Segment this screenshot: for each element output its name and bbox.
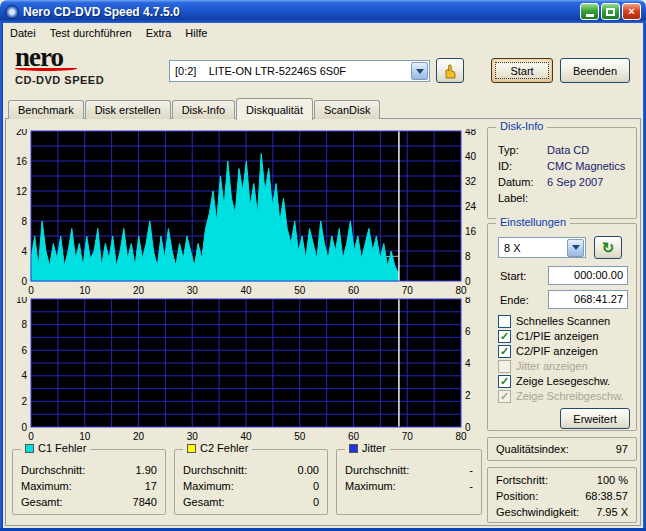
- svg-text:70: 70: [402, 431, 414, 442]
- scan-end-field[interactable]: 068:41.27: [548, 290, 628, 309]
- svg-text:0: 0: [28, 431, 34, 442]
- window-border-left: [0, 23, 3, 531]
- focus-rect: [495, 62, 549, 79]
- progress-row: Fortschritt: 100 %: [496, 474, 628, 486]
- scan-start-label: Start:: [500, 270, 526, 282]
- quality-index-label: Qualitätsindex:: [496, 443, 569, 455]
- minimize-button[interactable]: [580, 3, 599, 20]
- drive-select-dropdown-button[interactable]: [411, 62, 428, 80]
- svg-text:40: 40: [240, 431, 252, 442]
- disk-type-value: Data CD: [547, 144, 589, 156]
- svg-text:24: 24: [465, 201, 477, 212]
- svg-text:4: 4: [21, 246, 27, 257]
- svg-text:6: 6: [465, 326, 471, 337]
- tab-diskqualitaet[interactable]: Diskqualität: [236, 98, 313, 120]
- svg-text:20: 20: [16, 129, 28, 137]
- svg-text:10: 10: [79, 431, 91, 442]
- checkbox-label: Jitter anzeigen: [516, 360, 588, 372]
- checkbox-box: ✓: [498, 360, 511, 373]
- quit-button[interactable]: Beenden: [560, 58, 630, 83]
- c1-legend-title: C1 Fehler: [38, 442, 86, 454]
- jitter-average-label: Durchschnitt:: [345, 464, 409, 476]
- close-button[interactable]: ×: [622, 3, 641, 20]
- checkbox-zeige-lesegeschw[interactable]: ✓ Zeige Lesegeschw.: [498, 374, 610, 388]
- svg-text:20: 20: [133, 431, 145, 442]
- c1-average-label: Durchschnitt:: [21, 464, 85, 476]
- disk-id-row: ID: CMC Magnetics: [498, 160, 630, 172]
- tab-benchmark[interactable]: Benchmark: [8, 100, 84, 119]
- svg-text:2: 2: [465, 390, 471, 401]
- tab-strip: Benchmark Disk erstellen Disk-Info Diskq…: [8, 98, 381, 119]
- menu-bar: Datei Test durchführen Extra Hilfe: [3, 23, 643, 43]
- nero-logo: nero CD-DVD SPEED: [15, 45, 165, 86]
- svg-text:32: 32: [465, 176, 477, 187]
- c2-maximum-row: Maximum: 0: [183, 480, 319, 492]
- jitter-color-swatch: [349, 444, 358, 453]
- position-row: Position: 68:38.57: [496, 490, 628, 502]
- disk-info-title: Disk-Info: [496, 120, 547, 132]
- settings-title: Einstellungen: [496, 216, 570, 228]
- jitter-legend-box: Jitter Durchschnitt: - Maximum: -: [336, 449, 482, 515]
- minimize-icon: [586, 14, 594, 17]
- c2-error-chart: 02468100246801020304050607080: [11, 297, 477, 445]
- disk-id-label: ID:: [498, 160, 544, 172]
- speed-select[interactable]: 8 X: [498, 237, 586, 258]
- refresh-drive-button[interactable]: ↻: [594, 236, 622, 259]
- tab-scandisk[interactable]: ScanDisk: [314, 100, 380, 119]
- svg-text:60: 60: [348, 431, 360, 442]
- progress-value: 100 %: [597, 474, 628, 486]
- menu-extra[interactable]: Extra: [139, 25, 179, 41]
- c1-error-chart: 04812162008162432404801020304050607080: [11, 129, 477, 299]
- chevron-down-icon: [572, 245, 580, 250]
- jitter-legend-title: Jitter: [362, 442, 386, 454]
- check-icon: ✓: [500, 390, 509, 402]
- menu-test-durchfuehren[interactable]: Test durchführen: [43, 25, 139, 41]
- drive-select[interactable]: [0:2] LITE-ON LTR-52246S 6S0F: [169, 60, 430, 82]
- speed-row: Geschwindigkeit: 7.95 X: [496, 506, 628, 518]
- disk-label-row: Label:: [498, 192, 630, 204]
- hand-icon: [441, 62, 459, 80]
- svg-text:8: 8: [465, 297, 471, 305]
- progress-panel: Fortschritt: 100 % Position: 68:38.57 Ge…: [487, 467, 637, 523]
- svg-text:50: 50: [294, 431, 306, 442]
- scan-start-field[interactable]: 000:00.00: [548, 266, 628, 285]
- drive-select-value: [0:2] LITE-ON LTR-52246S 6S0F: [170, 65, 410, 77]
- speed-value: 7.95 X: [596, 506, 628, 518]
- c2-total-row: Gesamt: 0: [183, 496, 319, 508]
- disk-date-row: Datum: 6 Sep 2007: [498, 176, 630, 188]
- c1-average-value: 1.90: [136, 464, 157, 476]
- checkbox-zeige-schreibgeschw: ✓ Zeige Schreibgeschw.: [498, 389, 624, 403]
- jitter-average-value: -: [469, 464, 473, 476]
- chevron-down-icon: [416, 69, 424, 74]
- menu-hilfe[interactable]: Hilfe: [178, 25, 214, 41]
- c2-total-value: 0: [313, 496, 319, 508]
- svg-text:70: 70: [402, 285, 414, 296]
- checkbox-c2-pif-anzeigen[interactable]: ✓ C2/PIF anzeigen: [498, 344, 598, 358]
- disk-date-label: Datum:: [498, 176, 544, 188]
- svg-text:0: 0: [28, 285, 34, 296]
- menu-datei[interactable]: Datei: [3, 25, 43, 41]
- title-bar[interactable]: Nero CD-DVD Speed 4.7.5.0 ×: [0, 0, 646, 23]
- c2-maximum-value: 0: [313, 480, 319, 492]
- checkbox-box: ✓: [498, 330, 511, 343]
- disk-label-label: Label:: [498, 192, 544, 204]
- c2-average-value: 0.00: [298, 464, 319, 476]
- svg-text:8: 8: [465, 251, 471, 262]
- tab-disk-info[interactable]: Disk-Info: [172, 100, 235, 119]
- quality-index-panel: Qualitätsindex: 97: [487, 437, 637, 461]
- checkbox-box: ✓: [498, 390, 511, 403]
- tab-disk-erstellen[interactable]: Disk erstellen: [85, 100, 171, 119]
- svg-text:2: 2: [21, 396, 27, 407]
- refresh-icon: ↻: [602, 240, 615, 255]
- checkbox-schnelles-scannen[interactable]: ✓ Schnelles Scannen: [498, 314, 610, 328]
- advanced-button[interactable]: Erweitert: [560, 408, 630, 429]
- checkbox-c1-pie-anzeigen[interactable]: ✓ C1/PIE anzeigen: [498, 329, 599, 343]
- start-button[interactable]: Start: [491, 58, 553, 83]
- checkbox-box: ✓: [498, 375, 511, 388]
- speed-select-dropdown-button[interactable]: [567, 239, 584, 257]
- eject-drive-button[interactable]: [436, 58, 464, 83]
- c2-average-row: Durchschnitt: 0.00: [183, 464, 319, 476]
- svg-text:4: 4: [21, 370, 27, 381]
- maximize-button[interactable]: [601, 3, 620, 20]
- diskqualitaet-tab-page: 04812162008162432404801020304050607080 0…: [5, 118, 641, 526]
